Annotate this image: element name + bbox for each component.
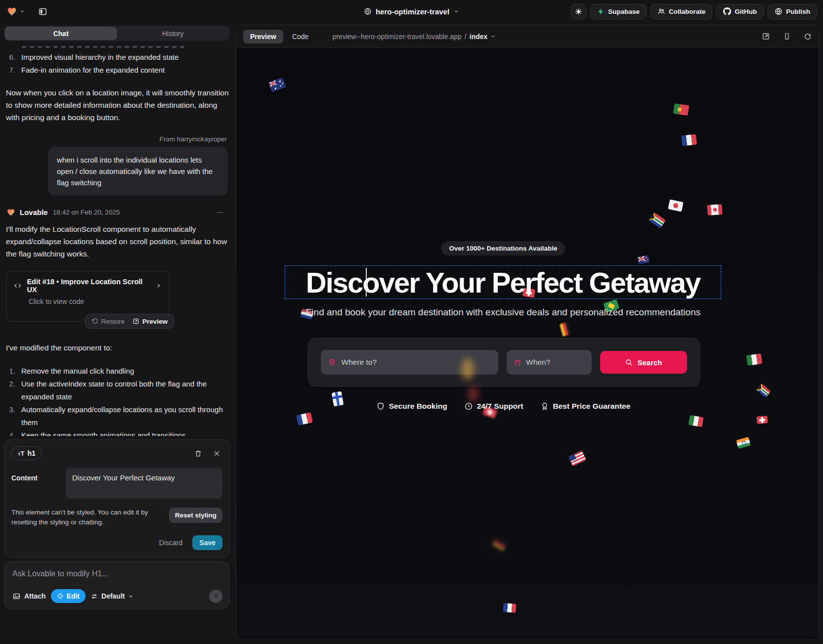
model-label: Default [101,592,125,600]
preview-viewport: Over 1000+ Destinations Available Discov… [236,48,819,640]
panel-left-icon [38,7,47,16]
mobile-view-button[interactable] [783,32,791,41]
trust-item-secure: Secure Booking [376,402,447,411]
model-selector[interactable]: Default [90,592,133,600]
chat-panel: Chat History 6. Improved visual hierarch… [0,23,234,644]
trust-item-guarantee: Best Price Guarantee [540,402,631,411]
composer-input[interactable] [12,569,222,578]
trust-label: Secure Booking [389,402,447,411]
save-button[interactable]: Save [192,535,222,550]
content-label: Content [11,468,59,499]
message-menu-button[interactable] [216,209,229,216]
assistant-name: Lovable [20,208,48,216]
url-domain: preview--hero-optimizer-travel.lovable.a… [332,33,461,41]
list-number: 3. [6,403,21,429]
award-icon [540,402,549,411]
element-tag-pill[interactable]: TT h1 [11,446,42,460]
chevron-down-icon [20,9,25,14]
mobile-icon [783,32,791,41]
numbered-list-bottom: 1. Remove the manual click handling 2. U… [6,365,229,436]
restore-icon [91,318,98,325]
shield-icon [376,402,385,411]
search-label: Search [637,358,662,367]
message-sender-label: From harrymckayroper [6,135,229,143]
list-number: 2. [6,378,21,403]
tab-preview[interactable]: Preview [243,30,283,43]
search-button[interactable]: Search [600,351,687,374]
close-icon [213,450,220,457]
top-bar: hero-optimizer-travel Supabase Collabora… [0,0,823,23]
list-number: 6. [6,51,21,64]
attach-label: Attach [24,592,46,600]
tab-code[interactable]: Code [285,30,315,43]
when-input[interactable] [526,358,584,367]
list-text: Automatically expand/collapse locations … [21,403,229,429]
search-card: Search [308,338,700,386]
list-item: 2. Use the activeIndex state to control … [6,378,229,403]
sidebar-toggle-button[interactable] [35,3,50,19]
assistant-paragraph: I've modified the component to: [6,342,229,354]
list-number: 1. [6,365,21,378]
chat-history-tabs: Chat History [4,26,230,41]
hero-title[interactable]: Discover Your Perfect Getaway [306,266,700,299]
trash-icon [194,449,202,458]
send-button[interactable] [209,590,222,603]
france-flag [681,134,697,146]
chevron-down-icon[interactable] [453,8,459,14]
assistant-paragraph: I'll modify the LocationScroll component… [6,223,229,260]
tab-history[interactable]: History [117,27,229,40]
blurred-flag-glow [461,358,474,380]
github-icon [723,7,731,15]
supabase-button[interactable]: Supabase [590,4,647,19]
code-icon [13,281,22,290]
letter-case-icon: TT [18,450,24,457]
restore-label: Restore [101,318,125,325]
content-textarea[interactable]: Discover Your Perfect Getaway [66,468,222,499]
attach-button[interactable]: Attach [12,592,46,601]
mexico-flag [746,353,763,366]
image-icon [12,592,21,601]
supabase-label: Supabase [608,8,640,15]
people-icon [657,7,665,15]
element-editor-panel: TT h1 Content Discover Your Perfect [4,439,230,558]
settings-button[interactable] [571,4,586,19]
open-in-new-tab-button[interactable] [762,32,770,41]
trust-badges-row: Secure Booking 24/7 Support Best Price G… [236,402,770,411]
trust-label: 24/7 Support [477,402,523,411]
lovable-logo-menu[interactable] [6,6,25,17]
portugal-flag [673,103,690,116]
chat-scroll-area[interactable]: 6. Improved visual hierarchy in the expa… [0,41,234,436]
edit-mode-label: Edit [67,592,80,600]
close-editor-button[interactable] [213,450,220,457]
clipped-text-line [22,46,185,48]
restore-button[interactable]: Restore [91,318,125,325]
refresh-button[interactable] [804,33,812,41]
list-number: 7. [6,64,21,77]
user-message-bubble: when i scroll into the individual locati… [48,147,228,196]
github-button[interactable]: GitHub [716,4,764,19]
project-name[interactable]: hero-optimizer-travel [376,7,449,16]
collaborate-button[interactable]: Collaborate [650,4,712,19]
preview-url[interactable]: preview--hero-optimizer-travel.lovable.a… [332,33,496,41]
tab-chat[interactable]: Chat [5,27,117,40]
reset-styling-button[interactable]: Reset styling [169,508,222,523]
assistant-paragraph: Now when you click on a location image, … [6,86,229,124]
blurred-flag-glow [468,386,478,402]
edit-mode-button[interactable]: Edit [51,589,86,603]
discard-button[interactable]: Discard [159,539,182,547]
publish-button[interactable]: Publish [768,4,817,19]
ellipsis-icon [216,209,224,216]
globe-icon [364,7,372,15]
list-item: 3. Automatically expand/collapse locatio… [6,403,229,429]
list-item: 6. Improved visual hierarchy in the expa… [6,51,229,64]
trust-item-support: 24/7 Support [464,402,523,411]
h1-selection-outline[interactable]: Discover Your Perfect Getaway [285,265,721,299]
list-text: Improved visual hierarchy in the expande… [21,51,179,64]
when-field[interactable] [507,350,592,375]
chevron-down-icon [128,594,133,599]
chevron-right-icon [155,282,162,289]
edit-code-card[interactable]: Edit #18 • Improve Location Scroll UX Cl… [6,271,170,322]
preview-edit-button[interactable]: Preview [132,318,168,325]
supabase-icon [597,8,605,15]
delete-element-button[interactable] [194,449,202,458]
